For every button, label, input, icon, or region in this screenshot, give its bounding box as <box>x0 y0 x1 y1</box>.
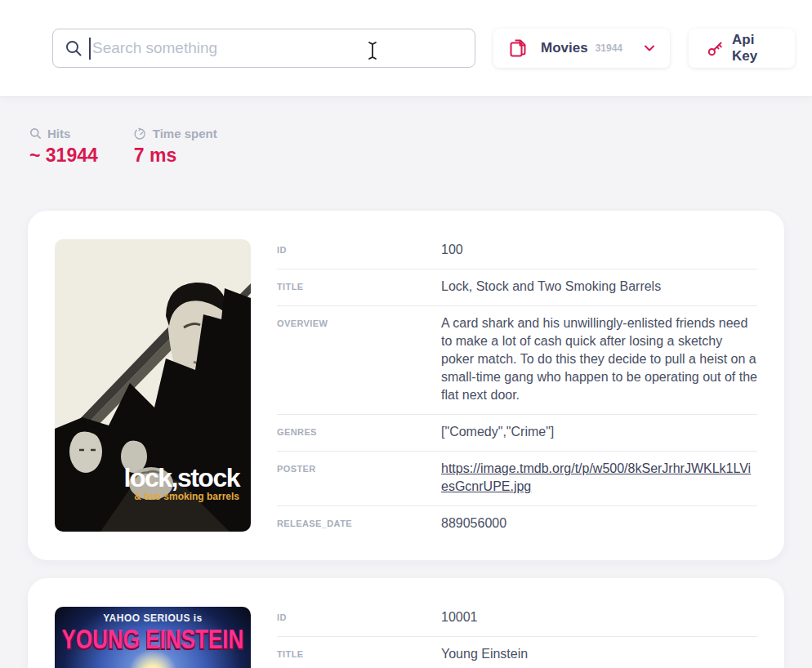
api-key-button[interactable]: Api Key <box>689 29 795 68</box>
field-value: Young Einstein <box>441 645 757 663</box>
field-row-release-date: RELEASE_DATE 889056000 <box>277 505 757 542</box>
results-list: lock,stock & two smoking barrels ID 100 … <box>28 211 784 668</box>
hits-stat: Hits ~ 31944 <box>29 127 98 167</box>
search-box[interactable] <box>52 29 475 68</box>
field-value: 889056000 <box>441 514 757 532</box>
field-row-id: ID 10001 <box>277 607 757 636</box>
movie-poster-young-einstein: YAHOO SERIOUS is YOUNG EINSTEIN <box>55 607 251 668</box>
search-input[interactable] <box>92 29 463 67</box>
time-spent-value: 7 ms <box>134 145 217 167</box>
field-value: 10001 <box>441 608 757 626</box>
field-value: Lock, Stock and Two Smoking Barrels <box>441 278 757 296</box>
field-row-overview: OVERVIEW A card shark and his unwillingl… <box>277 305 757 414</box>
index-name: Movies <box>541 40 588 56</box>
field-label: ID <box>277 608 441 626</box>
result-card: lock,stock & two smoking barrels ID 100 … <box>28 211 784 560</box>
field-row-title: TITLE Young Einstein <box>277 636 757 668</box>
poster-title-text: lock,stock <box>123 463 240 492</box>
field-label: OVERVIEW <box>277 314 441 404</box>
movie-poster-lock-stock: lock,stock & two smoking barrels <box>55 239 251 532</box>
poster-title-text: YOUNG EINSTEIN <box>61 625 243 656</box>
field-row-poster: POSTER https://image.tmdb.org/t/p/w500/8… <box>277 451 757 505</box>
hits-icon <box>29 127 42 140</box>
index-selector-dropdown[interactable]: Movies 31944 <box>493 29 670 68</box>
documents-icon <box>508 38 529 59</box>
field-label: RELEASE_DATE <box>277 514 441 532</box>
poster-url-link[interactable]: https://image.tmdb.org/t/p/w500/8kSerJrh… <box>441 461 751 493</box>
stopwatch-icon <box>134 127 147 140</box>
field-label: POSTER <box>277 460 441 496</box>
chevron-down-icon <box>644 44 655 52</box>
field-label: GENRES <box>277 423 441 441</box>
hits-label: Hits <box>47 127 70 140</box>
header: Movies 31944 Api Key <box>0 0 812 96</box>
field-value: 100 <box>441 241 757 259</box>
poster-subtitle-text: & two smoking barrels <box>134 491 239 502</box>
main-content: Hits ~ 31944 Time spent 7 ms <box>0 96 812 668</box>
text-caret <box>89 38 91 60</box>
field-label: ID <box>277 241 441 259</box>
time-spent-stat: Time spent 7 ms <box>134 127 217 167</box>
index-doc-count: 31944 <box>596 42 622 54</box>
hits-value: ~ 31944 <box>29 145 98 167</box>
key-icon <box>707 40 724 57</box>
poster-credit-text: YAHOO SERIOUS is <box>55 612 251 624</box>
search-stats: Hits ~ 31944 Time spent 7 ms <box>29 127 812 167</box>
field-row-genres: GENRES ["Comedy","Crime"] <box>277 414 757 451</box>
api-key-label: Api Key <box>732 32 777 65</box>
field-value: ["Comedy","Crime"] <box>441 423 757 441</box>
time-spent-label: Time spent <box>153 127 217 140</box>
search-icon <box>65 39 83 57</box>
field-row-title: TITLE Lock, Stock and Two Smoking Barrel… <box>277 269 757 305</box>
field-value: A card shark and his unwillingly-enliste… <box>441 314 757 404</box>
document-fields-table: ID 100 TITLE Lock, Stock and Two Smoking… <box>277 239 757 532</box>
field-label: TITLE <box>277 645 441 663</box>
result-card: YAHOO SERIOUS is YOUNG EINSTEIN ID 10001… <box>28 578 784 668</box>
field-row-id: ID 100 <box>277 239 757 269</box>
field-label: TITLE <box>277 278 441 296</box>
document-fields-table: ID 10001 TITLE Young Einstein OVERVIEW A… <box>277 607 757 668</box>
